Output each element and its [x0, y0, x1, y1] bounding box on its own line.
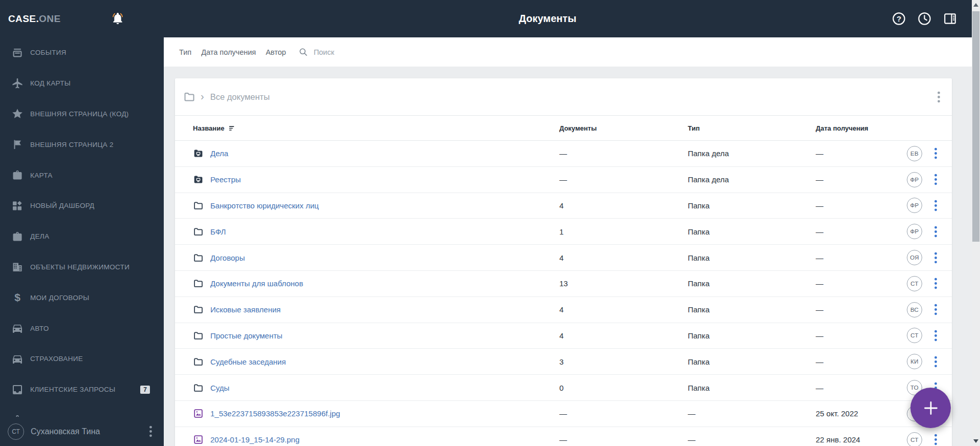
document-link[interactable]: Банкротство юридических лиц	[210, 201, 319, 210]
sidebar-item-карта[interactable]: КАРТА	[0, 160, 164, 190]
folder-icon	[193, 356, 204, 367]
sidebar-item-label: СОБЫТИЯ	[30, 49, 67, 56]
document-link[interactable]: Договоры	[210, 253, 245, 262]
document-link[interactable]: 1_53e223715893853e223715896f.jpg	[210, 409, 340, 418]
folder-menu-dots-icon[interactable]	[937, 91, 941, 103]
add-document-fab[interactable]	[910, 388, 951, 428]
column-documents[interactable]: Документы	[559, 124, 688, 132]
document-link[interactable]: БФЛ	[210, 227, 226, 236]
search-icon[interactable]	[298, 47, 308, 57]
sidebar-item-label: СТРАХОВАНИЕ	[30, 355, 83, 363]
dashboard-icon	[11, 200, 24, 212]
row-menu-dots-icon[interactable]	[934, 330, 938, 342]
documents-count: —	[559, 175, 688, 184]
document-type: Папка	[688, 357, 816, 366]
sidebar-item-объекты-недвижимости[interactable]: ОБЪЕКТЫ НЕДВИЖИМОСТИ	[0, 252, 164, 283]
app-logo[interactable]: CASE.ONE	[8, 0, 60, 37]
history-clock-icon[interactable]	[917, 11, 932, 26]
sidebar-item-авто[interactable]: АВТО	[0, 313, 164, 344]
side-panel-icon[interactable]	[943, 11, 957, 26]
row-menu-dots-icon[interactable]	[934, 147, 938, 159]
date-received: —	[816, 253, 907, 262]
help-icon[interactable]	[891, 11, 906, 26]
document-link[interactable]: Реестры	[210, 175, 241, 184]
document-link[interactable]: Суды	[210, 384, 229, 392]
folder-icon	[193, 304, 204, 315]
topbar-actions	[891, 0, 957, 37]
folder-icon	[193, 330, 204, 341]
filter-author[interactable]: Автор	[266, 48, 286, 56]
sidebar-item-label: МОИ ДОГОВОРЫ	[30, 294, 90, 302]
documents-count: —	[559, 409, 688, 418]
table-row: 1_53e223715893853e223715896f.jpg — — 25 …	[175, 401, 952, 427]
document-link[interactable]: Простые документы	[210, 331, 282, 340]
sidebar-item-мои-договоры[interactable]: МОИ ДОГОВОРЫ	[0, 282, 164, 313]
column-name[interactable]: Название	[193, 124, 224, 132]
table-row: Судебные заседания 3 Папка — КИ	[175, 349, 952, 375]
sidebar-nav: СОБЫТИЯ КОД КАРТЫ ВНЕШНЯЯ СТРАНИЦА (КОД)…	[0, 37, 164, 435]
column-date[interactable]: Дата получения	[816, 124, 907, 132]
row-menu-dots-icon[interactable]	[934, 304, 938, 315]
events-icon	[11, 47, 24, 59]
image-file-icon	[193, 408, 204, 419]
notifications-bell-icon[interactable]	[111, 11, 125, 26]
sidebar-item-новый-дашборд[interactable]: НОВЫЙ ДАШБОРД	[0, 190, 164, 221]
table-header: Название Документы Тип Дата получения	[175, 115, 952, 141]
table-row: Документы для шаблонов 13 Папка — СТ	[175, 271, 952, 297]
row-menu-dots-icon[interactable]	[934, 226, 938, 238]
documents-count: 13	[559, 279, 688, 288]
author-avatar: ОЯ	[907, 250, 922, 265]
author-avatar: ФР	[907, 224, 922, 239]
documents-count: —	[559, 149, 688, 158]
date-received: 25 окт. 2022	[816, 409, 907, 418]
document-link[interactable]: Судебные заседания	[210, 357, 286, 366]
page-scrollbar[interactable]	[972, 0, 980, 446]
search-input[interactable]	[313, 48, 391, 57]
user-menu-dots-icon[interactable]	[149, 426, 153, 437]
row-menu-dots-icon[interactable]	[934, 200, 938, 211]
row-menu-dots-icon[interactable]	[934, 252, 938, 264]
plane-icon	[11, 77, 24, 90]
sidebar-item-внешняя-страница-код-[interactable]: ВНЕШНЯЯ СТРАНИЦА (КОД)	[0, 99, 164, 130]
scroll-down-arrow-icon[interactable]	[973, 439, 978, 443]
date-received: —	[816, 384, 907, 392]
sidebar-item-label: КОД КАРТЫ	[30, 79, 71, 87]
table-row: Исковые заявления 4 Папка — ВС	[175, 297, 952, 323]
row-menu-dots-icon[interactable]	[934, 434, 938, 445]
row-menu-dots-icon[interactable]	[934, 174, 938, 185]
sidebar-item-клиентские-запросы[interactable]: КЛИЕНТСКИЕ ЗАПРОСЫ 7	[0, 374, 164, 405]
user-avatar[interactable]: СТ	[8, 423, 24, 440]
user-bar: СТ Сухановская Тина	[0, 417, 164, 446]
filter-date-received[interactable]: Дата получения	[201, 48, 256, 56]
document-link[interactable]: Документы для шаблонов	[210, 279, 303, 288]
document-link[interactable]: 2024-01-19_15-14-29.png	[210, 435, 299, 444]
count-badge: 7	[140, 386, 150, 394]
scrollbar-thumb[interactable]	[972, 11, 979, 242]
column-type[interactable]: Тип	[688, 124, 816, 132]
table-row: 2024-01-19_15-14-29.png — — 22 янв. 2024…	[175, 427, 952, 446]
folder-icon	[193, 383, 204, 393]
row-menu-dots-icon[interactable]	[934, 278, 938, 289]
author-avatar: СТ	[907, 276, 922, 291]
table-row: Дела — Папка дела — ЕВ	[175, 141, 952, 167]
document-link[interactable]: Исковые заявления	[210, 305, 280, 314]
date-received: —	[816, 201, 907, 210]
sidebar-item-дела[interactable]: ДЕЛА	[0, 221, 164, 252]
scroll-up-arrow-icon[interactable]	[973, 3, 978, 7]
filter-type[interactable]: Тип	[179, 48, 191, 56]
row-menu-dots-icon[interactable]	[934, 356, 938, 368]
sidebar-item-события[interactable]: СОБЫТИЯ	[0, 37, 164, 68]
sidebar-item-label: ВНЕШНЯЯ СТРАНИЦА 2	[30, 141, 114, 148]
document-link[interactable]: Дела	[210, 149, 228, 158]
sidebar-item-код-карты[interactable]: КОД КАРТЫ	[0, 68, 164, 99]
top-bar: CASE.ONE Документы	[0, 0, 972, 37]
sort-icon[interactable]	[228, 124, 236, 132]
document-type: Папка	[688, 279, 816, 288]
sidebar-item-внешняя-страница-2[interactable]: ВНЕШНЯЯ СТРАНИЦА 2	[0, 129, 164, 160]
author-avatar: ВС	[907, 302, 922, 317]
root-folder-icon[interactable]	[183, 91, 195, 103]
documents-count: 4	[559, 201, 688, 210]
sidebar-item-страхование[interactable]: СТРАХОВАНИЕ	[0, 344, 164, 374]
document-type: Папка дела	[688, 149, 816, 158]
documents-count: 4	[559, 305, 688, 314]
